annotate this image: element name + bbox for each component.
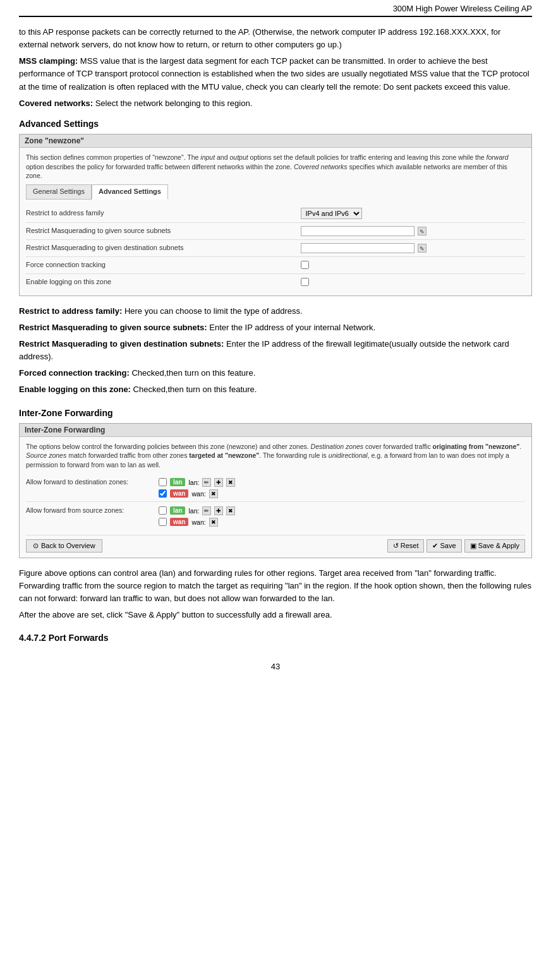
field-restrict-masq-source: Restrict Masquerading to given source su… bbox=[26, 223, 525, 240]
field-restrict-address-family-control[interactable]: IPv4 and IPv6 IPv4 only IPv6 only bbox=[301, 208, 526, 219]
intro-para-3: Covered networks: Select the network bel… bbox=[19, 97, 532, 110]
iz-src-lan-delete-icon[interactable]: ✖ bbox=[226, 506, 235, 515]
iz-dest-content: lan lan: ✏ ✚ ✖ wan wan: ✖ bbox=[159, 478, 525, 498]
save-icon: ✔ bbox=[432, 542, 438, 550]
iz-src-lan-tag: lan bbox=[170, 506, 185, 515]
zone-inner: This section defines common properties o… bbox=[20, 148, 531, 296]
save-apply-icon: ▣ bbox=[470, 542, 476, 550]
save-apply-label: Save & Apply bbox=[478, 542, 519, 549]
field-restrict-masq-source-control[interactable]: ✎ bbox=[301, 226, 526, 236]
iz-description: The options below control the forwarding… bbox=[26, 442, 525, 470]
field-restrict-masq-dest: Restrict Masquerading to given destinati… bbox=[26, 240, 525, 257]
iz-src-wan-label: wan: bbox=[191, 518, 205, 526]
section-442-heading: 4.4.7.2 Port Forwards bbox=[19, 633, 532, 643]
desc-enable-logging: Enable logging on this zone: Checked,the… bbox=[19, 383, 532, 396]
force-conn-tracking-checkbox[interactable] bbox=[301, 261, 309, 269]
iz-dest-row: Allow forward to destination zones: lan … bbox=[26, 475, 525, 502]
save-button[interactable]: ✔ Save bbox=[427, 539, 461, 553]
iz-dest-lan-edit-icon[interactable]: ✏ bbox=[202, 478, 211, 487]
tab-general-settings[interactable]: General Settings bbox=[26, 184, 92, 200]
field-enable-logging-control[interactable] bbox=[301, 278, 526, 286]
desc-restrict-address: Restrict to address family: Here you can… bbox=[19, 305, 532, 318]
desc-restrict-masq-dst: Restrict Masquerading to given destinati… bbox=[19, 338, 532, 363]
iz-dest-lan-entry: lan lan: ✏ ✚ ✖ bbox=[159, 478, 525, 487]
iz-src-wan-entry: wan wan: ✖ bbox=[159, 518, 525, 527]
restrict-address-family-select[interactable]: IPv4 and IPv6 IPv4 only IPv6 only bbox=[301, 208, 362, 219]
field-force-conn-tracking-control[interactable] bbox=[301, 261, 526, 269]
iz-src-lan-edit-icon[interactable]: ✏ bbox=[202, 506, 211, 515]
iz-src-content: lan lan: ✏ ✚ ✖ wan wan: ✖ bbox=[159, 506, 525, 527]
iz-src-row: Allow forward from source zones: lan lan… bbox=[26, 503, 525, 530]
back-overview-icon: ⊙ bbox=[33, 542, 39, 550]
iz-dest-lan-add-icon[interactable]: ✚ bbox=[214, 478, 223, 487]
back-to-overview-button[interactable]: ⊙ Back to Overview bbox=[26, 539, 102, 553]
advanced-settings-heading: Advanced Settings bbox=[19, 119, 532, 129]
footer-para-2: After the above are set, click "Save & A… bbox=[19, 609, 532, 621]
iz-src-lan-label: lan: bbox=[188, 507, 199, 515]
iz-src-lan-entry: lan lan: ✏ ✚ ✖ bbox=[159, 506, 525, 515]
iz-inner: The options below control the forwarding… bbox=[20, 437, 531, 558]
settings-tabs: General Settings Advanced Settings bbox=[26, 184, 525, 200]
zone-title-bar: Zone "newzone" bbox=[20, 134, 531, 148]
iz-src-lan-checkbox[interactable] bbox=[159, 506, 167, 515]
field-restrict-address-family: Restrict to address family IPv4 and IPv6… bbox=[26, 205, 525, 223]
desc-force-conn: Forced connection tracking: Checked,then… bbox=[19, 367, 532, 379]
iz-src-wan-checkbox[interactable] bbox=[159, 518, 167, 526]
field-enable-logging-label: Enable logging on this zone bbox=[26, 277, 301, 287]
iz-dest-wan-entry: wan wan: ✖ bbox=[159, 489, 525, 498]
save-apply-button[interactable]: ▣ Save & Apply bbox=[464, 539, 525, 553]
iz-dest-label: Allow forward to destination zones: bbox=[26, 478, 159, 486]
intro-para-2: MSS clamping: MSS value that is the larg… bbox=[19, 55, 532, 93]
iz-footer: ⊙ Back to Overview ↺ Reset ✔ Save ▣ Save… bbox=[26, 535, 525, 553]
iz-src-label: Allow forward from source zones: bbox=[26, 506, 159, 514]
header-title: 300M High Power Wireless Ceiling AP bbox=[393, 4, 532, 13]
iz-dest-lan-label: lan: bbox=[188, 479, 199, 486]
intro-para-1: to this AP response packets can be corre… bbox=[19, 26, 532, 51]
inter-zone-heading: Inter-Zone Forwarding bbox=[19, 408, 532, 418]
iz-src-wan-delete-icon[interactable]: ✖ bbox=[209, 518, 218, 527]
inter-zone-box: Inter-Zone Forwarding The options below … bbox=[19, 423, 532, 558]
iz-dest-wan-tag: wan bbox=[170, 489, 188, 498]
desc-restrict-masq-src: Restrict Masquerading to given source su… bbox=[19, 321, 532, 334]
restrict-masq-source-edit-icon[interactable]: ✎ bbox=[418, 227, 427, 236]
back-overview-label: Back to Overview bbox=[41, 542, 95, 549]
field-force-conn-tracking-label: Force connection tracking bbox=[26, 260, 301, 270]
page-header: 300M High Power Wireless Ceiling AP bbox=[19, 0, 532, 17]
iz-dest-wan-checkbox[interactable] bbox=[159, 489, 167, 498]
reset-icon: ↺ bbox=[393, 542, 399, 550]
iz-dest-lan-tag: lan bbox=[170, 478, 185, 486]
iz-dest-wan-label: wan: bbox=[191, 490, 205, 498]
iz-dest-wan-delete-icon[interactable]: ✖ bbox=[209, 489, 218, 498]
restrict-masq-dest-edit-icon[interactable]: ✎ bbox=[418, 244, 427, 253]
iz-src-lan-add-icon[interactable]: ✚ bbox=[214, 506, 223, 515]
iz-dest-lan-delete-icon[interactable]: ✖ bbox=[226, 478, 235, 487]
enable-logging-checkbox[interactable] bbox=[301, 278, 309, 286]
footer-btn-group: ↺ Reset ✔ Save ▣ Save & Apply bbox=[387, 539, 525, 553]
footer-para-1: Figure above options can control area (l… bbox=[19, 567, 532, 605]
reset-button[interactable]: ↺ Reset bbox=[387, 539, 425, 553]
field-enable-logging: Enable logging on this zone bbox=[26, 274, 525, 290]
field-restrict-address-family-label: Restrict to address family bbox=[26, 208, 301, 218]
field-restrict-masq-source-label: Restrict Masquerading to given source su… bbox=[26, 226, 301, 236]
field-force-conn-tracking: Force connection tracking bbox=[26, 257, 525, 274]
advanced-settings-form: Restrict to address family IPv4 and IPv6… bbox=[26, 205, 525, 290]
tab-advanced-settings[interactable]: Advanced Settings bbox=[92, 184, 168, 200]
restrict-masq-dest-input[interactable] bbox=[301, 243, 415, 253]
iz-dest-lan-checkbox[interactable] bbox=[159, 478, 167, 486]
page-number: 43 bbox=[19, 662, 532, 671]
reset-label: Reset bbox=[401, 542, 419, 549]
save-label: Save bbox=[440, 542, 456, 549]
advanced-settings-box: Zone "newzone" This section defines comm… bbox=[19, 134, 532, 296]
restrict-masq-source-input[interactable] bbox=[301, 226, 415, 236]
iz-src-wan-tag: wan bbox=[170, 518, 188, 526]
field-restrict-masq-dest-label: Restrict Masquerading to given destinati… bbox=[26, 243, 301, 253]
zone-description: This section defines common properties o… bbox=[26, 153, 525, 181]
field-restrict-masq-dest-control[interactable]: ✎ bbox=[301, 243, 526, 253]
iz-title-bar: Inter-Zone Forwarding bbox=[20, 424, 531, 437]
